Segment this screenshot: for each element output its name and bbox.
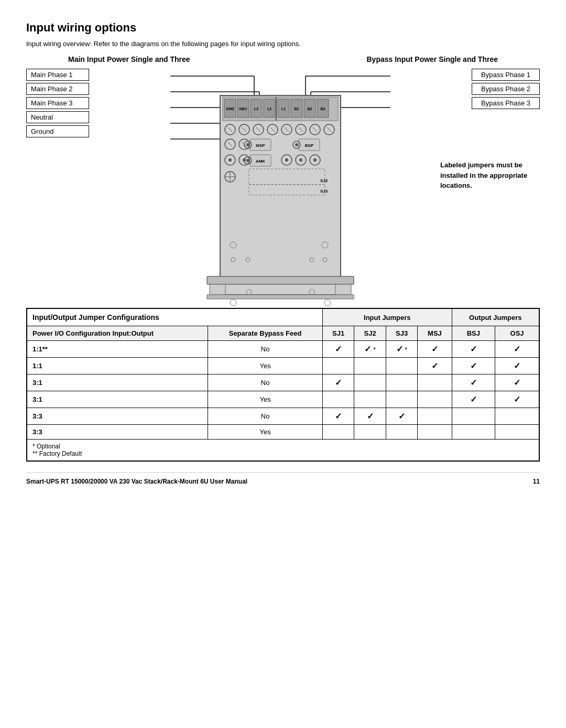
svg-point-96 bbox=[230, 299, 236, 306]
svg-point-76 bbox=[313, 158, 317, 162]
svg-text:AMK: AMK bbox=[256, 159, 265, 164]
svg-point-64 bbox=[228, 158, 232, 162]
page-title: Input wiring options bbox=[26, 21, 540, 35]
table-row: 1:1**No✓✓ *✓ *✓✓✓ bbox=[27, 341, 539, 358]
diagram-section: Main Input Power Single and Three Bypass… bbox=[26, 55, 540, 213]
svg-point-97 bbox=[324, 299, 331, 306]
diagram-headers: Main Input Power Single and Three Bypass… bbox=[26, 55, 540, 63]
svg-text:SJ2: SJ2 bbox=[320, 178, 328, 183]
bypass-phase-1-label: Bypass Phase 1 bbox=[472, 69, 540, 81]
svg-text:L2: L2 bbox=[267, 107, 271, 111]
svg-point-72 bbox=[285, 158, 288, 162]
page-footer: Smart-UPS RT 15000/20000 VA 230 Vac Stac… bbox=[26, 472, 540, 485]
svg-rect-93 bbox=[210, 284, 225, 295]
neutral-label: Neutral bbox=[26, 111, 89, 123]
svg-text:BSP: BSP bbox=[305, 143, 314, 148]
footnote2: ** Factory Default bbox=[32, 450, 82, 457]
svg-rect-95 bbox=[207, 295, 354, 299]
ground-label: Ground bbox=[26, 125, 89, 137]
jumper-config-table: Input/Output Jumper Configurations Input… bbox=[26, 308, 540, 462]
jumper-note: Labeled jumpers must be installed in the… bbox=[440, 160, 545, 191]
main-phase-3-label: Main Phase 3 bbox=[26, 97, 89, 109]
bypass-phase-3-label: Bypass Phase 3 bbox=[472, 97, 540, 109]
svg-point-70 bbox=[246, 159, 249, 162]
wiring-diagram-svg: GND NEU L3 L2 L1 B1 bbox=[170, 67, 390, 329]
center-diagram: GND NEU L3 L2 L1 B1 bbox=[94, 67, 466, 329]
svg-text:MSP: MSP bbox=[256, 143, 265, 148]
table-row: 3:3No✓✓✓ bbox=[27, 408, 539, 425]
left-labels: Main Phase 1 Main Phase 2 Main Phase 3 N… bbox=[26, 67, 94, 329]
footer-right: 11 bbox=[533, 478, 540, 485]
svg-text:B1: B1 bbox=[295, 107, 299, 111]
svg-point-62 bbox=[295, 143, 298, 146]
bypass-input-header: Bypass Input Power Single and Three bbox=[367, 55, 498, 63]
svg-rect-94 bbox=[335, 284, 351, 295]
main-phase-1-label: Main Phase 1 bbox=[26, 69, 89, 81]
svg-text:B3: B3 bbox=[321, 107, 325, 111]
bypass-phase-2-label: Bypass Phase 2 bbox=[472, 83, 540, 95]
main-phase-2-label: Main Phase 2 bbox=[26, 83, 89, 95]
footer-left: Smart-UPS RT 15000/20000 VA 230 Vac Stac… bbox=[26, 478, 247, 485]
svg-text:NEU: NEU bbox=[240, 107, 247, 111]
right-labels: Bypass Phase 1 Bypass Phase 2 Bypass Pha… bbox=[466, 67, 540, 329]
svg-point-74 bbox=[299, 158, 302, 162]
main-input-header: Main Input Power Single and Three bbox=[68, 55, 190, 63]
table-row: 3:1No✓✓✓ bbox=[27, 374, 539, 391]
svg-text:GND: GND bbox=[226, 107, 234, 111]
svg-rect-90 bbox=[207, 276, 354, 284]
intro-text: Input wiring overview: Refer to the diag… bbox=[26, 40, 540, 48]
diagram-content: Main Phase 1 Main Phase 2 Main Phase 3 N… bbox=[26, 67, 540, 329]
svg-point-58 bbox=[246, 143, 249, 146]
svg-text:L1: L1 bbox=[281, 107, 286, 111]
svg-text:SJ3: SJ3 bbox=[320, 189, 328, 194]
svg-text:L3: L3 bbox=[254, 107, 258, 111]
table-row: 3:3Yes bbox=[27, 425, 539, 440]
footnote1: * Optional bbox=[32, 443, 60, 450]
table-row: 1:1Yes✓✓✓ bbox=[27, 358, 539, 374]
svg-text:B2: B2 bbox=[308, 107, 312, 111]
table-row: 3:1Yes✓✓ bbox=[27, 391, 539, 408]
